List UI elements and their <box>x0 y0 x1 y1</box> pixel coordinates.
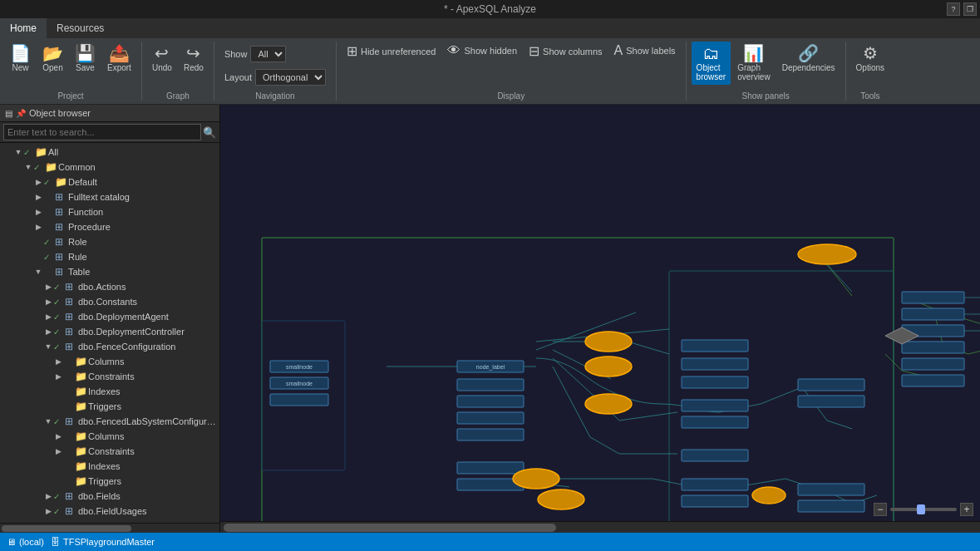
check-fc-constraints: ✓ <box>63 372 75 381</box>
tree-item-dbo-fields[interactable]: ▶ ✓ ⊞ dbo.Fields <box>0 489 219 504</box>
tab-resources[interactable]: Resources <box>47 18 114 38</box>
tree-item-flsc-constraints[interactable]: ▶ ✓ 📁 Constraints <box>0 444 219 459</box>
icon-default: 📁 <box>55 176 68 188</box>
tree-item-fc-triggers[interactable]: ▶ ✓ 📁 Triggers <box>0 399 219 414</box>
expander-fc-columns: ▶ <box>53 357 63 366</box>
tree-item-procedure[interactable]: ▶ ✓ ⊞ Procedure <box>0 219 219 234</box>
tree-item-dbo-deploymentagent[interactable]: ▶ ✓ ⊞ dbo.DeploymentAgent <box>0 309 219 324</box>
show-row: Show All <box>219 44 292 64</box>
check-dbo-flsc: ✓ <box>53 417 65 426</box>
icon-dbo-constants: ⊞ <box>65 296 78 307</box>
tree-item-rule[interactable]: ▶ ✓ ⊞ Rule <box>0 249 219 264</box>
tree-item-flsc-triggers[interactable]: ▶ ✓ 📁 Triggers <box>0 474 219 489</box>
check-procedure: ✓ <box>43 223 55 232</box>
open-button[interactable]: 📂 Open <box>37 42 68 76</box>
check-dbo-deploymentagent: ✓ <box>53 312 65 322</box>
help-button[interactable]: ? <box>947 2 960 16</box>
tree-item-dbo-fencedlabsystemconfiguration[interactable]: ▼ ✓ ⊞ dbo.FencedLabSystemConfiguration <box>0 414 219 429</box>
tree-item-dbo-constants[interactable]: ▶ ✓ ⊞ dbo.Constants <box>0 294 219 309</box>
layout-select[interactable]: Orthogonal <box>255 69 326 86</box>
check-role: ✓ <box>43 238 55 247</box>
tree-hscroll[interactable] <box>0 523 219 533</box>
label-flsc-indexes: Indexes <box>88 461 219 471</box>
new-label: New <box>12 63 28 72</box>
tree-item-dbo-actions[interactable]: ▶ ✓ ⊞ dbo.Actions <box>0 279 219 294</box>
show-columns-button[interactable]: ⊟ Show columns <box>524 42 608 61</box>
expander-function: ▶ <box>33 208 43 216</box>
dependencies-button[interactable]: 🔗 Dependencies <box>777 42 840 76</box>
svg-rect-60 <box>682 495 748 507</box>
tree-item-all[interactable]: ▼ ✓ 📁 All <box>0 145 219 160</box>
search-input[interactable] <box>3 124 201 140</box>
tree-item-dbo-fenceconfiguration[interactable]: ▼ ✓ ⊞ dbo.FenceConfiguration <box>0 339 219 354</box>
graph-hscroll[interactable] <box>220 521 980 533</box>
tree-item-table[interactable]: ▼ ✓ ⊞ Table <box>0 264 219 279</box>
export-button[interactable]: 📤 Export <box>102 42 136 76</box>
tree-item-fulltext-catalog[interactable]: ▶ ✓ ⊞ Fulltext catalog <box>0 189 219 204</box>
icon-fc-triggers: 📁 <box>75 401 88 412</box>
tree: ▼ ✓ 📁 All ▼ ✓ 📁 Common ▶ ✓ 📁 Default <box>0 143 219 523</box>
label-dbo-fieldusages: dbo.FieldUsages <box>78 506 219 516</box>
redo-button[interactable]: ↪ Redo <box>179 42 209 76</box>
tree-item-common[interactable]: ▼ ✓ 📁 Common <box>0 160 219 175</box>
ribbon-group-display: ⊞ Hide unreferenced 👁 Show hidden ⊟ Show… <box>337 42 687 101</box>
check-fc-columns: ✓ <box>63 357 75 367</box>
graph-hscroll-thumb[interactable] <box>224 524 556 532</box>
collapse-icon: ▤ <box>5 109 12 118</box>
show-labels-button[interactable]: A Show labels <box>609 42 681 60</box>
navigation-group-label: Navigation <box>255 91 294 101</box>
svg-rect-59 <box>682 479 748 490</box>
object-browser-button[interactable]: 🗂 Objectbrowser <box>692 42 731 85</box>
label-flsc-constraints: Constraints <box>88 446 219 456</box>
status-server: 🖥 (local) <box>7 537 44 547</box>
show-columns-icon: ⊟ <box>529 43 539 59</box>
tab-home[interactable]: Home <box>0 18 47 38</box>
ribbon-group-graph: ↩ Undo ↪ Redo Graph <box>142 42 214 101</box>
tree-item-dbo-fieldusages[interactable]: ▶ ✓ ⊞ dbo.FieldUsages <box>0 504 219 519</box>
tree-item-fc-constraints[interactable]: ▶ ✓ 📁 Constraints <box>0 369 219 384</box>
icon-fulltext: ⊞ <box>55 191 68 203</box>
svg-rect-51 <box>457 462 524 474</box>
tree-item-dbo-deploymentcontroller[interactable]: ▶ ✓ ⊞ dbo.DeploymentController <box>0 324 219 339</box>
tree-hscroll-thumb[interactable] <box>2 525 131 532</box>
show-hidden-button[interactable]: 👁 Show hidden <box>442 42 522 60</box>
icon-flsc-columns: 📁 <box>75 430 88 442</box>
tree-item-fc-indexes[interactable]: ▶ ✓ 📁 Indexes <box>0 384 219 399</box>
redo-icon: ↪ <box>186 45 200 61</box>
tree-item-flsc-columns[interactable]: ▶ ✓ 📁 Columns <box>0 429 219 444</box>
tree-item-role[interactable]: ▶ ✓ ⊞ Role <box>0 234 219 249</box>
options-button[interactable]: ⚙ Options <box>851 42 889 76</box>
zoom-plus-button[interactable]: + <box>960 503 973 516</box>
label-default: Default <box>68 177 219 187</box>
expander-dbo-flsc: ▼ <box>43 417 53 426</box>
tree-item-default[interactable]: ▶ ✓ 📁 Default <box>0 175 219 189</box>
search-icon[interactable]: 🔍 <box>203 126 216 139</box>
icon-dbo-fields: ⊞ <box>65 490 78 502</box>
show-select[interactable]: All <box>250 46 286 62</box>
dependencies-icon: 🔗 <box>798 45 819 61</box>
hide-unreferenced-button[interactable]: ⊞ Hide unreferenced <box>342 42 441 61</box>
svg-point-66 <box>585 357 632 376</box>
show-hidden-icon: 👁 <box>447 43 460 58</box>
ribbon: 📄 New 📂 Open 💾 Save 📤 Export Project ↩ U… <box>0 38 980 105</box>
expander-role: ▶ <box>33 238 43 246</box>
save-button[interactable]: 💾 Save <box>70 42 101 76</box>
icon-all: 📁 <box>35 146 48 158</box>
new-button[interactable]: 📄 New <box>5 42 36 76</box>
restore-button[interactable]: ❐ <box>963 2 977 16</box>
export-label: Export <box>107 63 131 72</box>
title-bar: * - ApexSQL Analyze ? ❐ <box>0 0 980 18</box>
undo-button[interactable]: ↩ Undo <box>147 42 177 76</box>
tree-item-flsc-indexes[interactable]: ▶ ✓ 📁 Indexes <box>0 459 219 474</box>
expander-dbo-fieldusages: ▶ <box>43 507 53 515</box>
zoom-minus-button[interactable]: − <box>874 503 887 516</box>
show-panels-group-label: Show panels <box>741 91 789 101</box>
tree-item-function[interactable]: ▶ ✓ ⊞ Function <box>0 204 219 219</box>
zoom-slider[interactable] <box>890 508 957 511</box>
zoom-controls: − + <box>874 503 973 516</box>
graph-overview-label: Graphoverview <box>737 63 770 81</box>
zoom-slider-thumb[interactable] <box>917 504 925 514</box>
svg-rect-75 <box>902 342 964 353</box>
graph-overview-button[interactable]: 📊 Graphoverview <box>732 42 775 85</box>
tree-item-fc-columns[interactable]: ▶ ✓ 📁 Columns <box>0 354 219 369</box>
